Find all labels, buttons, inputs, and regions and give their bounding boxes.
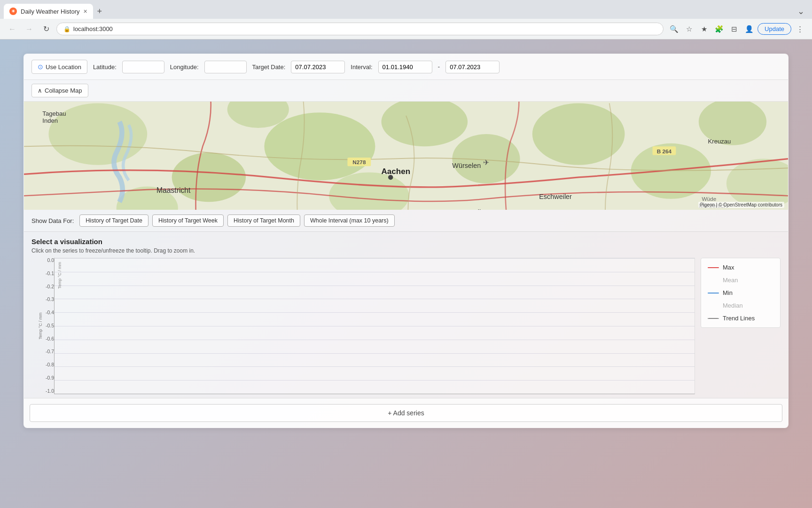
svg-text:✈: ✈	[483, 159, 489, 167]
svg-point-2	[172, 152, 246, 202]
add-series-bar: + Add series	[24, 398, 788, 428]
profile-button[interactable]: 👤	[742, 23, 756, 36]
grid-line-3	[55, 299, 695, 299]
page-body: ⊙ Use Location Latitude: Longitude: Targ…	[0, 40, 812, 508]
browser-chrome: ☀ Daily Weather History × + ⌄ ← → ↻ 🔒 lo…	[0, 0, 812, 40]
map-attribution: Pigeon | © OpenStreetMap contributors	[698, 202, 784, 208]
y-tick-8: -0.8	[31, 362, 54, 367]
search-button[interactable]: 🔍	[667, 23, 680, 36]
map-container[interactable]: N278 B 264 B 477 Riemst Maastricht Eijsd…	[24, 102, 788, 210]
reload-button[interactable]: ↻	[39, 23, 53, 36]
interval-start-input[interactable]	[378, 61, 432, 73]
forward-button[interactable]: →	[23, 23, 36, 36]
legend-item-trend[interactable]: Trend Lines	[708, 315, 773, 322]
y-tick-3: -0.3	[31, 297, 54, 302]
viz-section: Select a visualization Click on the seri…	[24, 232, 788, 398]
show-data-bar: Show Data For: History of Target Date Hi…	[24, 210, 788, 232]
use-location-button[interactable]: ⊙ Use Location	[31, 60, 87, 74]
grid-line-6	[55, 340, 695, 340]
tab-close-button[interactable]: ×	[83, 8, 87, 15]
split-view-button[interactable]: ⊟	[727, 23, 741, 36]
y-tick-2: -0.2	[31, 284, 54, 289]
back-button[interactable]: ←	[6, 23, 19, 36]
tab-whole-interval[interactable]: Whole Interval (max 10 years)	[304, 214, 395, 227]
collapse-map-button[interactable]: ∧ Collapse Map	[31, 84, 88, 97]
grid-line-1	[55, 272, 695, 272]
legend-line-trend	[708, 318, 719, 319]
legend-label-trend: Trend Lines	[723, 315, 755, 322]
tab-title: Daily Weather History	[21, 8, 79, 15]
collapse-chevron-icon: ∧	[38, 87, 42, 94]
y-tick-7: -0.7	[31, 349, 54, 354]
svg-point-35	[388, 175, 393, 180]
tab-strip-down-icon[interactable]: ⌄	[797, 6, 804, 16]
legend-item-max[interactable]: Max	[708, 264, 773, 271]
y-tick-10: -1.0	[31, 389, 54, 394]
menu-button[interactable]: ⋮	[793, 23, 806, 36]
location-icon: ⊙	[38, 63, 43, 71]
attribution-osm: | © OpenStreetMap contributors	[716, 202, 782, 207]
collapse-map-row: ∧ Collapse Map	[24, 80, 788, 102]
interval-end-input[interactable]	[445, 61, 500, 73]
favorites-button[interactable]: ★	[697, 23, 710, 36]
legend-item-mean[interactable]: Mean	[708, 277, 773, 284]
update-button[interactable]: Update	[757, 23, 791, 35]
svg-text:Kreuzau: Kreuzau	[708, 138, 731, 145]
chart-plot[interactable]: Temp °C / mm	[54, 258, 695, 394]
legend-line-max	[708, 267, 719, 268]
grid-line-0	[55, 258, 695, 259]
map-svg: N278 B 264 B 477 Riemst Maastricht Eijsd…	[24, 102, 788, 210]
latitude-label: Latitude:	[93, 64, 117, 71]
interval-label: Interval:	[351, 64, 372, 71]
grid-line-4	[55, 312, 695, 313]
y-tick-6: -0.6	[31, 336, 54, 341]
y-tick-4: -0.4	[31, 310, 54, 315]
legend-item-median[interactable]: Median	[708, 302, 773, 309]
y-axis: Temp °C / mm 0.0 -0.1 -0.2 -0.3 -0.4 -0.…	[31, 258, 54, 394]
longitude-input[interactable]	[204, 61, 247, 73]
svg-text:Tagebau: Tagebau	[42, 110, 66, 117]
latitude-input[interactable]	[122, 61, 164, 73]
grid-line-2	[55, 286, 695, 286]
interval-separator: -	[438, 63, 440, 71]
active-tab[interactable]: ☀ Daily Weather History ×	[4, 4, 93, 19]
attribution-pigeon: Pigeon	[700, 202, 715, 207]
legend-label-mean: Mean	[723, 277, 738, 284]
svg-text:N278: N278	[352, 159, 366, 166]
tab-history-target-week[interactable]: History of Target Week	[152, 214, 224, 227]
grid-line-9	[55, 380, 695, 381]
bookmark-button[interactable]: ☆	[682, 23, 695, 36]
legend-label-median: Median	[723, 302, 743, 309]
collapse-map-label: Collapse Map	[45, 87, 82, 94]
new-tab-button[interactable]: +	[93, 5, 106, 18]
svg-text:B 264: B 264	[657, 148, 672, 155]
target-date-input[interactable]	[291, 61, 345, 73]
y-tick-1: -0.1	[31, 271, 54, 276]
grid-line-5	[55, 326, 695, 326]
tab-history-target-date[interactable]: History of Target Date	[79, 214, 148, 227]
y-tick-0: 0.0	[31, 258, 54, 263]
svg-text:Eschweiler: Eschweiler	[539, 193, 572, 200]
use-location-label: Use Location	[46, 64, 81, 71]
legend-label-min: Min	[723, 289, 733, 296]
grid-line-7	[55, 353, 695, 354]
legend-line-min	[708, 293, 719, 294]
address-bar[interactable]: 🔒 localhost:3000	[56, 23, 664, 35]
controls-bar: ⊙ Use Location Latitude: Longitude: Targ…	[24, 54, 788, 80]
svg-text:Maastricht: Maastricht	[156, 186, 191, 194]
url-text: localhost:3000	[73, 25, 113, 32]
main-card: ⊙ Use Location Latitude: Longitude: Targ…	[23, 54, 789, 428]
y-tick-9: -0.9	[31, 375, 54, 381]
add-series-button[interactable]: + Add series	[30, 404, 782, 422]
extensions-button[interactable]: 🧩	[712, 23, 726, 36]
target-date-label: Target Date:	[252, 64, 286, 71]
tab-history-target-month[interactable]: History of Target Month	[227, 214, 300, 227]
legend-item-min[interactable]: Min	[708, 289, 773, 296]
tab-favicon: ☀	[9, 8, 17, 15]
viz-title: Select a visualization	[31, 238, 781, 246]
chart-wrapper: Temp °C / mm 0.0 -0.1 -0.2 -0.3 -0.4 -0.…	[31, 258, 781, 394]
svg-text:Aachen: Aachen	[382, 167, 411, 176]
tab-bar: ☀ Daily Weather History × + ⌄	[0, 0, 812, 19]
viz-hint: Click on the series to freeze/unfreeze t…	[31, 247, 781, 254]
svg-point-3	[264, 112, 375, 180]
